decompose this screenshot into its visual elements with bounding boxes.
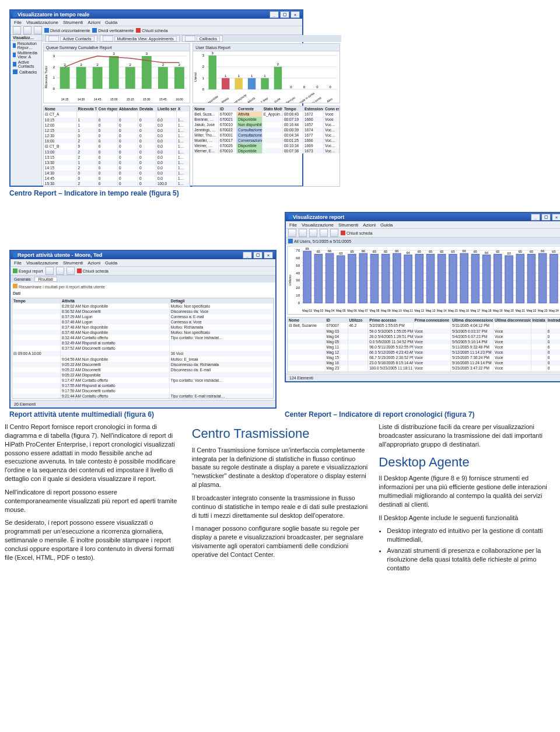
col-header[interactable]: X (177, 106, 190, 111)
menu-actions[interactable]: Azioni (363, 222, 376, 228)
table-row[interactable]: Mag 1568.7 5/15/2005 2:36:52 PMVoce5/15/… (288, 355, 560, 360)
menu-help[interactable]: Guida (105, 20, 117, 25)
col-header[interactable]: Ultima disconnessione (451, 318, 494, 323)
close-tab-button[interactable]: Chiudi scheda (341, 231, 372, 235)
col-header[interactable]: Instradata (547, 318, 560, 323)
toolbar-icon[interactable] (309, 229, 317, 237)
table-row[interactable]: 10:1510000.01… (44, 117, 190, 123)
table-row[interactable]: 14:4500000.01… (44, 176, 190, 181)
table-row[interactable]: 9:05:22 AM DisconnettiDisconnesso da: E-… (12, 367, 274, 372)
col-header[interactable]: Deviata (138, 106, 156, 111)
toolbar-icon[interactable] (23, 26, 32, 34)
toolbar-icon[interactable] (34, 26, 42, 34)
toolbar-icon[interactable] (330, 229, 338, 237)
menu-help[interactable]: Guida (105, 260, 117, 266)
close-tab-button[interactable]: Chiudi scheda (77, 269, 108, 273)
menu-view[interactable]: Visualizzazione (26, 260, 58, 266)
table-row[interactable]: 8:32:44 AM Contatto offertoTipo contatto… (12, 335, 274, 340)
table-row[interactable]: Mag 2634.3 5/26/2005 11:57:27 AMVoce5/26… (288, 371, 560, 372)
col-header[interactable]: Corrente (237, 106, 262, 111)
col-header[interactable]: Iniziata Tutto (531, 318, 547, 323)
side-item[interactable]: Active Contacts (10, 60, 41, 69)
toolbar-icon[interactable] (56, 267, 64, 275)
menu-file[interactable]: File (14, 20, 22, 25)
table-row[interactable]: Mag 1198.0 5/11/2005 5:02:55 PMVoce5/11/… (288, 344, 560, 350)
titlebar[interactable]: Visualizzatore report _ ▢ × (286, 213, 560, 221)
maximize-button[interactable]: ▢ (280, 11, 289, 18)
table-row[interactable]: 8:37:48 AM LogonConnesso a: Voce (12, 319, 274, 325)
col-header[interactable]: Livello servizio (156, 106, 177, 111)
menu-tools[interactable]: Strumenti (63, 260, 83, 266)
table-row[interactable]: Mag 1266.3 5/12/2005 4:23:43 AMVoce5/12/… (288, 350, 560, 355)
table-row[interactable]: Bell, Suza…670007AttivitàE_Appoin…00:08:… (193, 111, 339, 117)
table-row[interactable]: Mag 0359.0 5/3/2005 1:55:05 PMVoce5/3/20… (288, 329, 560, 334)
titlebar[interactable]: Visualizzatore in tempo reale _ ▢ × (10, 11, 302, 19)
maximize-button[interactable]: ▢ (541, 214, 551, 221)
toolbar-icon[interactable] (320, 229, 328, 237)
table-row[interactable]: 13:0020000.01… (44, 149, 190, 155)
table-row[interactable]: Mag 050.0 5/5/2005 11:34:52 PMVoce5/5/20… (288, 339, 560, 344)
table-row[interactable]: 9:17:55 AM Rispondi al contatto (12, 383, 274, 388)
table-row[interactable]: Werner, E…670010Disponibile00:07:381673V… (193, 148, 339, 154)
table-row[interactable]: ⊟ CT_A (44, 111, 190, 117)
table-row[interactable]: 8:37:52 AM Disconnetti contatto (12, 346, 274, 351)
table-row[interactable]: Mag 1623.0 5/16/2005 8:15:14 AMVoce5/16/… (288, 360, 560, 365)
table-row[interactable]: ⊟ CT_B90000.01… (44, 144, 190, 149)
run-report-button[interactable]: Esegui report (13, 269, 43, 273)
table-row[interactable]: Jakob, Jose670010Non disponibile00:16:44… (193, 122, 339, 127)
menu-help[interactable]: Guida (380, 222, 393, 228)
col-header[interactable]: Nome (44, 106, 77, 111)
col-header[interactable]: Prima connessione al supporto (414, 318, 452, 323)
toolbar-icon[interactable] (66, 267, 75, 275)
table-row[interactable]: 12:1510000.01… (44, 128, 190, 133)
titlebar[interactable]: Report attività utente - Moore, Ted _ ▢ … (10, 251, 275, 259)
table-row[interactable]: 8:37:48 AM Non disponibileMotivo: Richia… (12, 325, 274, 330)
table-row[interactable]: 9:17:47 AM Contatto offertoTipo contatto… (12, 378, 274, 383)
report-tab[interactable]: All Users, 5/1/2005 a 5/31/2005 (286, 238, 560, 245)
tab-results[interactable]: Risultati (34, 277, 57, 282)
col-header[interactable]: Ultima disconnessione dal supporto (494, 318, 531, 323)
table-row[interactable]: Weiner, …670026Disponibile00:10:341669Vo… (193, 143, 339, 148)
split-horizontal-button[interactable]: Dividi orizzontalmente (44, 28, 90, 33)
close-tab-button[interactable]: Chiudi scheda (136, 28, 167, 33)
toolbar-icon[interactable] (13, 26, 21, 34)
toolbar-icon[interactable] (46, 267, 54, 275)
table-row[interactable]: Brenner, …670021Disponibile00:07:191660V… (193, 117, 339, 122)
col-header[interactable]: Tempo (12, 298, 61, 304)
table-row[interactable]: 8:37:48 AM Non disponibileMotivo: Non sp… (12, 330, 274, 335)
table-row[interactable]: 9:17:59 AM Disconnetti contatto (12, 388, 274, 393)
table-row[interactable]: 14:1520000.01… (44, 165, 190, 170)
table-row[interactable]: Mueller, …670017Conversazione00:01:25166… (193, 138, 339, 143)
col-header[interactable]: Estensione (303, 106, 324, 111)
menu-actions[interactable]: Azioni (88, 20, 100, 25)
col-header[interactable]: Nome (193, 106, 219, 111)
toolbar-icon[interactable] (288, 229, 296, 237)
col-header[interactable]: Con rispos… Tutto (97, 106, 118, 111)
minimize-button[interactable]: _ (270, 11, 279, 18)
side-item[interactable]: Resolution Repor… (10, 41, 41, 50)
menu-file[interactable]: File (289, 222, 297, 228)
table-row[interactable]: 9:04:59 AM Non disponibileMotivo: E_brea… (12, 357, 274, 362)
minimize-button[interactable]: _ (531, 214, 540, 221)
toolbar-icon[interactable] (299, 229, 307, 237)
menu-view[interactable]: Visualizzazione (26, 20, 58, 25)
table-row[interactable]: ⊟ 09:00 A 10:0036 Voci (12, 351, 274, 357)
menu-tools[interactable]: Strumenti (63, 20, 83, 25)
table-row[interactable]: 12:0010000.01… (44, 123, 190, 128)
col-header[interactable]: Conn essione (324, 106, 340, 111)
tab-general[interactable]: Generale (14, 277, 31, 281)
col-header[interactable]: ID (326, 318, 348, 323)
table-row[interactable]: Mag 23100.0 5/23/2005 11:18:11 AMVoce5/2… (288, 365, 560, 371)
close-button[interactable]: × (264, 252, 273, 259)
menu-actions[interactable]: Azioni (88, 260, 100, 266)
table-row[interactable]: 12:3000000.01… (44, 133, 190, 138)
tab[interactable]: Active Contacts (46, 35, 97, 42)
col-header[interactable]: Tempo (283, 106, 303, 111)
col-header[interactable]: Primo accesso (368, 318, 413, 323)
table-row[interactable]: 15:302000100.01… (44, 181, 190, 186)
col-header[interactable]: Abbandono %s (118, 106, 138, 111)
tab[interactable]: Callbacks (182, 35, 223, 42)
table-row[interactable]: ⊟ Bell, Suzanne67000746.25/2/2005 1:55:0… (288, 323, 560, 329)
menu-tools[interactable]: Strumenti (338, 222, 358, 228)
maximize-button[interactable]: ▢ (253, 252, 262, 259)
